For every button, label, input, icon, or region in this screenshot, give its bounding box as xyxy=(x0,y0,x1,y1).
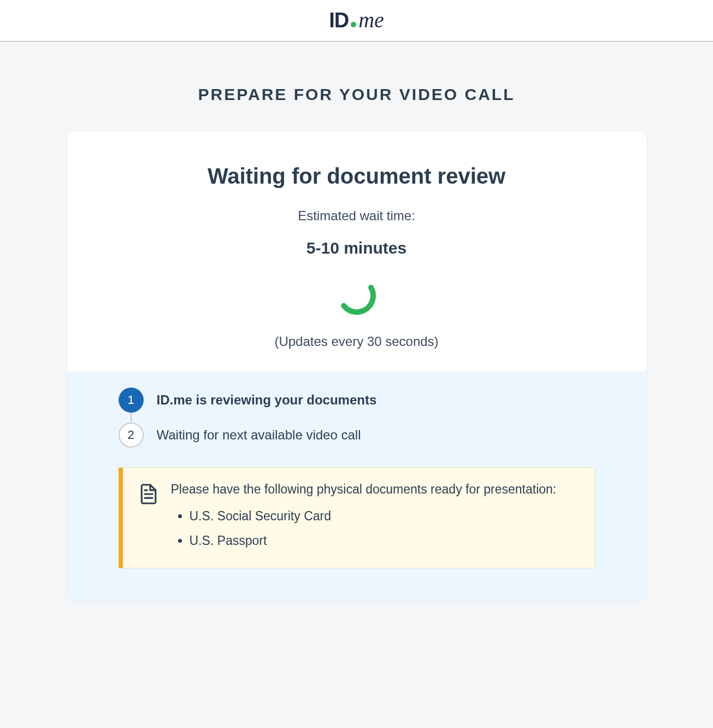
logo-id-text: ID xyxy=(329,9,349,32)
documents-list: U.S. Social Security Card U.S. Passport xyxy=(171,509,578,548)
page-title: PREPARE FOR YOUR VIDEO CALL xyxy=(0,85,713,104)
update-note: (Updates every 30 seconds) xyxy=(89,334,624,349)
status-card: Waiting for document review Estimated wa… xyxy=(67,131,646,601)
step-label: Waiting for next available video call xyxy=(157,427,361,443)
document-item: U.S. Social Security Card xyxy=(190,509,578,524)
step-number-badge: 1 xyxy=(119,388,144,413)
document-item: U.S. Passport xyxy=(190,533,578,548)
steps-container: 1 ID.me is reviewing your documents 2 Wa… xyxy=(119,388,595,448)
wait-time-label: Estimated wait time: xyxy=(89,208,624,224)
documents-notice: Please have the following physical docum… xyxy=(119,467,595,568)
card-top-section: Waiting for document review Estimated wa… xyxy=(67,131,646,371)
logo-dot-icon xyxy=(351,22,356,27)
document-icon xyxy=(139,483,158,548)
step-number-badge: 2 xyxy=(119,422,144,448)
spinner-icon xyxy=(335,274,379,318)
step-label: ID.me is reviewing your documents xyxy=(157,392,377,408)
svg-point-0 xyxy=(335,274,379,318)
header: ID me xyxy=(0,0,713,42)
wait-time-value: 5-10 minutes xyxy=(89,239,624,257)
notice-body: Please have the following physical docum… xyxy=(171,482,578,548)
card-bottom-section: 1 ID.me is reviewing your documents 2 Wa… xyxy=(67,371,646,601)
notice-text: Please have the following physical docum… xyxy=(171,482,578,497)
logo-me-text: me xyxy=(358,9,384,31)
card-title: Waiting for document review xyxy=(89,164,624,189)
step-item: 2 Waiting for next available video call xyxy=(119,422,595,448)
idme-logo: ID me xyxy=(329,9,384,32)
step-item: 1 ID.me is reviewing your documents xyxy=(119,388,595,413)
